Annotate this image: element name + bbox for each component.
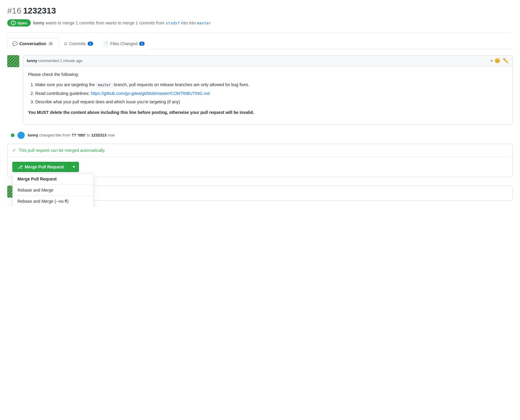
- pr-status-badge: ! Open: [7, 19, 31, 27]
- list-item: Make sure you are targeting the master b…: [35, 81, 508, 88]
- merge-status-text: This pull request can be merged automati…: [19, 148, 105, 153]
- pr-meta: ! Open lunny wants to merge 1 commits fr…: [7, 19, 513, 27]
- commits-icon: ⊙: [64, 41, 67, 46]
- comment-action: commented: [38, 58, 59, 63]
- list-item: Read contributing guidelines: https://gi…: [35, 90, 508, 97]
- event-action: changed title from: [39, 133, 71, 137]
- tab-conversation[interactable]: 💬 Conversation 0: [7, 38, 59, 49]
- comment-meta: lunny commented 1 minute ago: [27, 58, 83, 63]
- files-changed-badge: 1: [139, 42, 145, 46]
- conversation-icon: 💬: [12, 41, 17, 46]
- event-actor: lunny: [28, 133, 38, 137]
- target-branch-link[interactable]: master: [197, 21, 211, 25]
- timeline-dot: [11, 133, 14, 137]
- timeline-event-title-change: 🌐 lunny changed title from ?? 'ttttt' to…: [11, 129, 513, 144]
- add-reaction-button[interactable]: + 😊: [490, 58, 500, 64]
- pr-meta-description: lunny wants to merge 1 commits from want…: [33, 20, 211, 25]
- merge-dropdown: Merge Pull Request Rebase and Merge Reba…: [12, 173, 94, 207]
- merge-pull-request-button[interactable]: ⎇ Merge Pull Request: [12, 162, 69, 172]
- commits-badge: 1: [88, 42, 93, 46]
- event-time: now: [108, 133, 115, 137]
- globe-icon: 🌐: [17, 132, 25, 139]
- avatar: [7, 55, 19, 67]
- pr-number: #16: [7, 6, 21, 15]
- tab-commits[interactable]: ⊙ Commits 1: [59, 38, 98, 49]
- comment-item: lunny commented 1 minute ago + 😊 ✏️ Plea…: [7, 55, 513, 124]
- merge-git-icon: ⎇: [17, 165, 22, 169]
- merge-box: ✓ This pull request can be merged automa…: [7, 144, 513, 177]
- tab-commits-label: Commits: [69, 41, 86, 46]
- event-from-title: ?? 'ttttt': [71, 133, 86, 137]
- pr-author: lunny: [33, 20, 44, 25]
- merge-status-header: ✓ This pull request can be merged automa…: [8, 144, 512, 157]
- event-to-title: 1232313: [91, 133, 107, 137]
- edit-comment-button[interactable]: ✏️: [503, 58, 509, 64]
- comment-warning: You MUST delete the content above includ…: [28, 109, 508, 116]
- inline-code: master: [96, 82, 113, 88]
- second-comment-box: [23, 186, 513, 201]
- dropdown-item-rebase-noff[interactable]: Rebase and Merge (--no-ff): [13, 196, 93, 207]
- pr-title-text: 1232313: [23, 6, 56, 15]
- comment-body: Please check the following: Make sure yo…: [23, 66, 512, 124]
- list-item: Describe what your pull request does and…: [35, 99, 508, 105]
- comment-header: lunny commented 1 minute ago + 😊 ✏️: [23, 55, 512, 66]
- tab-files-changed-label: Files Changed: [110, 41, 137, 46]
- comment-time: 1 minute ago: [60, 58, 83, 63]
- tab-conversation-label: Conversation: [19, 41, 46, 46]
- dropdown-item-merge[interactable]: Merge Pull Request: [13, 174, 93, 185]
- merge-button-label: Merge Pull Request: [25, 165, 64, 169]
- header-divider: [7, 33, 513, 33]
- files-changed-icon: 📄: [103, 41, 108, 46]
- pr-title: #161232313: [7, 6, 513, 16]
- merge-button-group: ⎇ Merge Pull Request ▼ Merge Pull Reques…: [12, 162, 508, 172]
- merge-box-body: ⎇ Merge Pull Request ▼ Merge Pull Reques…: [8, 157, 512, 177]
- conversation-badge: 0: [48, 42, 53, 46]
- pr-status-label: Open: [17, 21, 27, 25]
- check-icon: ✓: [12, 148, 16, 153]
- comment-intro: Please check the following:: [28, 71, 508, 78]
- event-text: lunny changed title from ?? 'ttttt' to 1…: [28, 133, 115, 137]
- avatar-image: [7, 55, 19, 67]
- comment-actions: + 😊 ✏️: [490, 58, 509, 64]
- open-circle-icon: !: [11, 20, 16, 25]
- tab-files-changed[interactable]: 📄 Files Changed 1: [98, 38, 150, 49]
- timeline: lunny commented 1 minute ago + 😊 ✏️ Plea…: [7, 55, 513, 201]
- event-to: to: [87, 133, 91, 137]
- merge-dropdown-toggle[interactable]: ▼: [69, 162, 79, 172]
- comment-box: lunny commented 1 minute ago + 😊 ✏️ Plea…: [23, 55, 513, 124]
- comment-author: lunny: [27, 58, 37, 63]
- comment-list: Make sure you are targeting the master b…: [28, 81, 508, 105]
- dropdown-item-rebase[interactable]: Rebase and Merge: [13, 185, 93, 196]
- contributing-link[interactable]: https://github.com/go-gitea/git/blob/mas…: [91, 91, 209, 96]
- source-branch-link[interactable]: stsdsf: [166, 21, 180, 25]
- tabs-bar: 💬 Conversation 0 ⊙ Commits 1 📄 Files Cha…: [7, 38, 513, 49]
